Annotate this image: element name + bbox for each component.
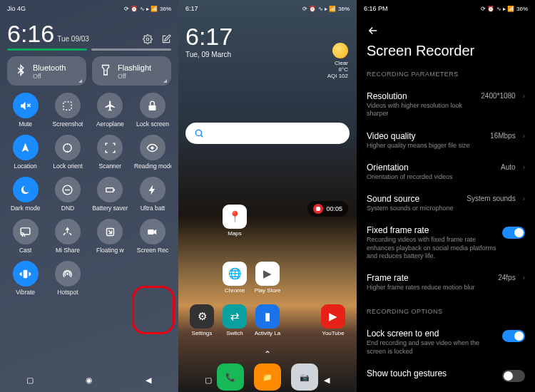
page-title: Screen Recorder bbox=[367, 43, 525, 59]
status-icons: ⟳ ⏰ ∿ ▸ 📶 36% bbox=[124, 6, 171, 12]
expand-icon[interactable] bbox=[78, 79, 82, 83]
app-maps[interactable]: 📍Maps bbox=[220, 205, 250, 237]
clock-date: Tue, 09 March bbox=[185, 51, 350, 58]
nav-back[interactable]: ◀ bbox=[143, 374, 154, 386]
app-playstore[interactable]: ▶Play Store bbox=[253, 262, 282, 294]
svg-point-19 bbox=[195, 130, 201, 135]
svg-rect-16 bbox=[148, 229, 155, 234]
tile-location[interactable]: Location bbox=[7, 135, 44, 170]
setting-fixed-frame-rate[interactable]: Fixed frame rateRecording videos with fi… bbox=[367, 219, 525, 267]
svg-point-7 bbox=[151, 146, 154, 149]
section-options: RECORDING OPTIONS bbox=[367, 308, 525, 315]
app-youtube[interactable]: ▶YouTube bbox=[318, 304, 348, 336]
svg-rect-12 bbox=[106, 187, 113, 192]
setting-frame-rate[interactable]: Frame rateHigher frame rates reduce moti… bbox=[367, 267, 525, 298]
setting-lock-screen-to-end[interactable]: Lock screen to endEnd recording and save… bbox=[367, 322, 525, 362]
drawer-arrow-icon[interactable]: ⌃ bbox=[264, 349, 271, 359]
setting-resolution[interactable]: ResolutionVideos with higher resolution … bbox=[367, 85, 525, 125]
setting-orientation[interactable]: OrientationOrientation of recorded video… bbox=[367, 156, 525, 187]
flashlight-tile[interactable]: FlashlightOff bbox=[92, 56, 171, 86]
tile-share[interactable]: Mi Share bbox=[49, 219, 86, 254]
svg-rect-5 bbox=[149, 105, 156, 110]
nav-home[interactable]: ◉ bbox=[83, 374, 95, 386]
settings-icon[interactable] bbox=[143, 34, 153, 46]
tile-hotspot[interactable]: Hotspot bbox=[49, 261, 86, 296]
tile-rec[interactable]: Screen Rec bbox=[134, 219, 171, 254]
svg-point-0 bbox=[146, 38, 149, 41]
search-icon bbox=[194, 128, 204, 138]
tile-orient[interactable]: Lock orient bbox=[49, 135, 86, 170]
dock-camera[interactable]: 📷 bbox=[291, 363, 318, 391]
app-switch[interactable]: ⇄Switch bbox=[220, 304, 250, 336]
tile-bolt[interactable]: Ultra batt bbox=[134, 177, 171, 212]
svg-rect-13 bbox=[113, 189, 114, 191]
nav-recents[interactable]: ▢ bbox=[24, 374, 36, 386]
status-icons: ⟳ ⏰ ∿ ▸ 📶 36% bbox=[481, 6, 528, 12]
svg-line-20 bbox=[201, 135, 203, 138]
back-button[interactable] bbox=[367, 24, 525, 38]
app-chrome[interactable]: 🌐Chrome bbox=[220, 262, 250, 294]
setting-sound-source[interactable]: Sound sourceSystem sounds or microphoneS… bbox=[367, 187, 525, 219]
tile-mute[interactable]: Mute bbox=[7, 93, 44, 128]
tile-float[interactable]: Floating w bbox=[92, 219, 128, 254]
brightness-slider[interactable] bbox=[7, 48, 171, 51]
svg-rect-4 bbox=[63, 101, 71, 109]
time-small: 6:16 PM bbox=[364, 5, 388, 12]
tile-vibrate[interactable]: Vibrate bbox=[7, 261, 44, 296]
tile-plane[interactable]: Aeroplane bbox=[92, 93, 128, 128]
svg-point-9 bbox=[24, 185, 31, 192]
app-settings[interactable]: ⚙Settings bbox=[187, 304, 217, 336]
dock-phone[interactable]: 📞 bbox=[217, 363, 244, 391]
sun-icon bbox=[332, 43, 348, 58]
carrier-label: Jio 4G bbox=[7, 5, 26, 12]
setting-show-touch-gestures[interactable]: Show touch gestures bbox=[367, 362, 525, 388]
tile-eye[interactable]: Reading mode bbox=[134, 135, 171, 170]
tile-dark[interactable]: Dark mode bbox=[7, 177, 44, 212]
tile-screenshot[interactable]: Screenshot bbox=[49, 93, 86, 128]
svg-point-18 bbox=[67, 273, 69, 275]
setting-video-quality[interactable]: Video qualityHigher quality means bigger… bbox=[367, 125, 525, 156]
bluetooth-tile[interactable]: BluetoothOff bbox=[7, 56, 86, 86]
toggle[interactable] bbox=[502, 330, 525, 342]
clock-time: 6:16 bbox=[7, 21, 54, 46]
svg-rect-14 bbox=[21, 227, 30, 234]
app-activity[interactable]: ▮Activity La bbox=[253, 304, 282, 336]
status-icons: ⟳ ⏰ ∿ ▸ 📶 36% bbox=[302, 6, 350, 12]
search-bar[interactable] bbox=[185, 123, 350, 144]
tile-battery[interactable]: Battery saver bbox=[92, 177, 128, 212]
tile-cast[interactable]: Cast bbox=[7, 219, 44, 254]
weather-widget[interactable]: Clear 8°C AQI 102 bbox=[327, 43, 348, 79]
clock-time: 6:17 bbox=[185, 23, 350, 51]
toggle[interactable] bbox=[502, 370, 525, 382]
expand-icon[interactable] bbox=[163, 79, 167, 83]
edit-icon[interactable] bbox=[161, 34, 171, 46]
svg-rect-17 bbox=[24, 269, 28, 277]
svg-point-6 bbox=[63, 143, 71, 151]
tile-lock[interactable]: Lock screen bbox=[134, 93, 171, 128]
dock-files[interactable]: 📁 bbox=[254, 363, 281, 391]
time-small: 6:17 bbox=[185, 5, 198, 12]
clock-date: Tue 09/03 bbox=[57, 35, 89, 43]
tile-dnd[interactable]: DND bbox=[49, 177, 86, 212]
toggle[interactable] bbox=[502, 227, 525, 239]
section-parameters: RECORDING PARAMETERS bbox=[367, 71, 525, 78]
tile-scan[interactable]: Scanner bbox=[92, 135, 128, 170]
